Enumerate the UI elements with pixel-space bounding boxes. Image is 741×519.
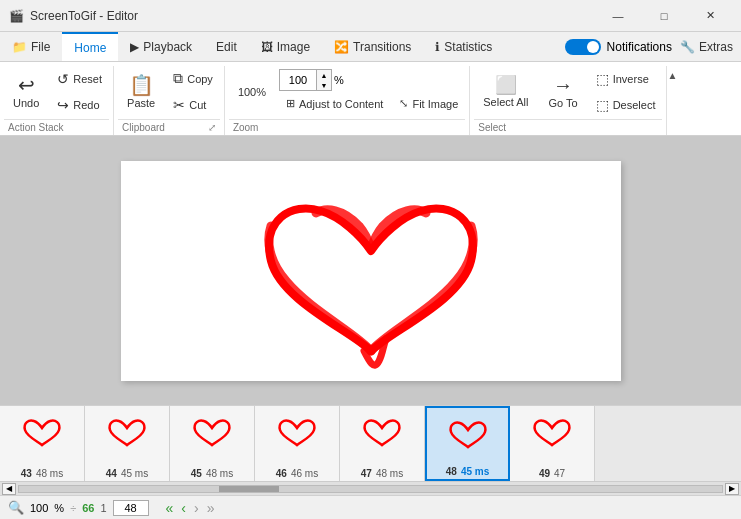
canvas-area <box>0 136 741 405</box>
zoom-btns-row: ⊞ Adjust to Content ⤡ Fit Image <box>279 93 465 114</box>
ribbon-collapse-button[interactable]: ▲ <box>667 66 687 135</box>
playback-icon: ▶ <box>130 40 139 54</box>
clipboard-label: Clipboard ⤢ <box>118 119 220 135</box>
deselect-button[interactable]: ⬚ Deselect <box>589 93 663 117</box>
cut-icon: ✂ <box>173 97 185 113</box>
file-icon: 📁 <box>12 40 27 54</box>
frame-43-heart <box>17 410 67 452</box>
zoom-input[interactable] <box>280 74 316 86</box>
frame-49-info: 49 47 <box>539 468 565 479</box>
group-clipboard: 📋 Paste ⧉ Copy ✂ Cut Clipboard ⤢ <box>114 66 225 135</box>
copy-icon: ⧉ <box>173 70 183 87</box>
zoom-percent-label: % <box>334 74 344 86</box>
frame-46[interactable]: 46 46 ms <box>255 406 340 481</box>
timeline: 43 48 ms 44 45 ms <box>0 405 741 495</box>
frame-49[interactable]: 49 47 <box>510 406 595 481</box>
clipboard-expand-icon[interactable]: ⤢ <box>208 122 216 133</box>
menu-statistics[interactable]: ℹ Statistics <box>423 32 504 61</box>
app-icon: 🎬 <box>8 8 24 24</box>
menu-transitions[interactable]: 🔀 Transitions <box>322 32 423 61</box>
fit-image-button[interactable]: ⤡ Fit Image <box>392 93 465 114</box>
statistics-icon: ℹ <box>435 40 440 54</box>
group-action-stack: ↩ Undo ↺ Reset ↪ Redo Action Stack <box>0 66 114 135</box>
frame-46-info: 46 46 ms <box>276 468 318 479</box>
cut-button[interactable]: ✂ Cut <box>166 93 220 117</box>
minimize-button[interactable]: — <box>595 0 641 32</box>
ribbon: ↩ Undo ↺ Reset ↪ Redo Action Stack <box>0 62 741 136</box>
frame-45[interactable]: 45 48 ms <box>170 406 255 481</box>
close-button[interactable]: ✕ <box>687 0 733 32</box>
menu-edit[interactable]: Edit <box>204 32 249 61</box>
toggle-thumb <box>587 41 599 53</box>
undo-icon: ↩ <box>18 75 35 95</box>
copy-button[interactable]: ⧉ Copy <box>166 66 220 91</box>
titlebar: 🎬 ScreenToGif - Editor — □ ✕ <box>0 0 741 32</box>
scroll-left-button[interactable]: ◀ <box>2 483 16 495</box>
frame-49-heart <box>527 410 577 452</box>
reset-button[interactable]: ↺ Reset <box>50 67 109 91</box>
inverse-deselect-col: ⬚ Inverse ⬚ Deselect <box>589 66 663 117</box>
zoom-up-button[interactable]: ▲ <box>317 70 331 80</box>
group-select: ⬜ Select All → Go To ⬚ Inverse ⬚ Deselec… <box>470 66 667 135</box>
frame-48[interactable]: 48 45 ms <box>425 406 510 481</box>
menu-file[interactable]: 📁 File <box>0 32 62 61</box>
go-to-icon: → <box>553 75 573 95</box>
frame-43[interactable]: 43 48 ms <box>0 406 85 481</box>
transitions-icon: 🔀 <box>334 40 349 54</box>
menu-home[interactable]: Home <box>62 32 118 61</box>
frame-44-info: 44 45 ms <box>106 468 148 479</box>
zoom-controls: ▲ ▼ % ⊞ Adjust to Content ⤡ <box>279 69 465 114</box>
frame-number-input[interactable] <box>113 500 149 516</box>
deselect-icon: ⬚ <box>596 97 609 113</box>
main-content: 43 48 ms 44 45 ms <box>0 136 741 495</box>
scroll-track[interactable] <box>18 485 723 493</box>
frame-44[interactable]: 44 45 ms <box>85 406 170 481</box>
nav-prev-button[interactable]: ‹ <box>178 500 189 516</box>
select-label: Select <box>474 119 662 135</box>
undo-button[interactable]: ↩ Undo <box>4 66 48 117</box>
status-zoom-value: 100 <box>30 502 48 514</box>
extras-icon: 🔧 <box>680 40 695 54</box>
fit-icon: ⤡ <box>399 97 408 110</box>
scroll-right-button[interactable]: ▶ <box>725 483 739 495</box>
nav-first-button[interactable]: « <box>163 500 177 516</box>
frame-45-info: 45 48 ms <box>191 468 233 479</box>
status-sep1: ÷ <box>70 502 76 514</box>
menu-image[interactable]: 🖼 Image <box>249 32 322 61</box>
frame-47[interactable]: 47 48 ms <box>340 406 425 481</box>
menubar: 📁 File Home ▶ Playback Edit 🖼 Image 🔀 Tr… <box>0 32 741 62</box>
window-controls: — □ ✕ <box>595 0 733 32</box>
go-to-button[interactable]: → Go To <box>540 66 587 117</box>
maximize-button[interactable]: □ <box>641 0 687 32</box>
reset-redo-col: ↺ Reset ↪ Redo <box>50 66 109 117</box>
group-zoom: 100% ▲ ▼ % <box>225 66 470 135</box>
inverse-icon: ⬚ <box>596 71 609 87</box>
status-zoom-unit: % <box>54 502 64 514</box>
statusbar: 🔍 100 % ÷ 66 1 « ‹ › » <box>0 495 741 519</box>
adjust-to-content-button[interactable]: ⊞ Adjust to Content <box>279 93 390 114</box>
zoom-spinners: ▲ ▼ <box>316 70 331 90</box>
frame-48-info: 48 45 ms <box>446 466 489 477</box>
select-all-button[interactable]: ⬜ Select All <box>474 66 537 117</box>
frame-43-info: 43 48 ms <box>21 468 63 479</box>
nav-last-button[interactable]: » <box>204 500 218 516</box>
zoom-search-icon: 🔍 <box>8 500 24 515</box>
zoom-down-button[interactable]: ▼ <box>317 80 331 90</box>
copy-cut-col: ⧉ Copy ✂ Cut <box>166 66 220 117</box>
status-frame-count: 1 <box>100 502 106 514</box>
zoom-100-button[interactable]: 100% <box>229 81 275 103</box>
notifications-toggle[interactable]: Notifications <box>565 39 672 55</box>
select-all-icon: ⬜ <box>495 76 517 94</box>
heart-drawing <box>231 161 511 381</box>
paste-button[interactable]: 📋 Paste <box>118 66 164 117</box>
adjust-icon: ⊞ <box>286 97 295 110</box>
menu-playback[interactable]: ▶ Playback <box>118 32 204 61</box>
zoom-label: Zoom <box>229 119 465 135</box>
canvas-frame <box>121 161 621 381</box>
nav-arrows: « ‹ › » <box>163 500 218 516</box>
image-icon: 🖼 <box>261 40 273 54</box>
inverse-button[interactable]: ⬚ Inverse <box>589 67 663 91</box>
nav-next-button[interactable]: › <box>191 500 202 516</box>
extras-button[interactable]: 🔧 Extras <box>680 40 733 54</box>
redo-button[interactable]: ↪ Redo <box>50 93 109 117</box>
